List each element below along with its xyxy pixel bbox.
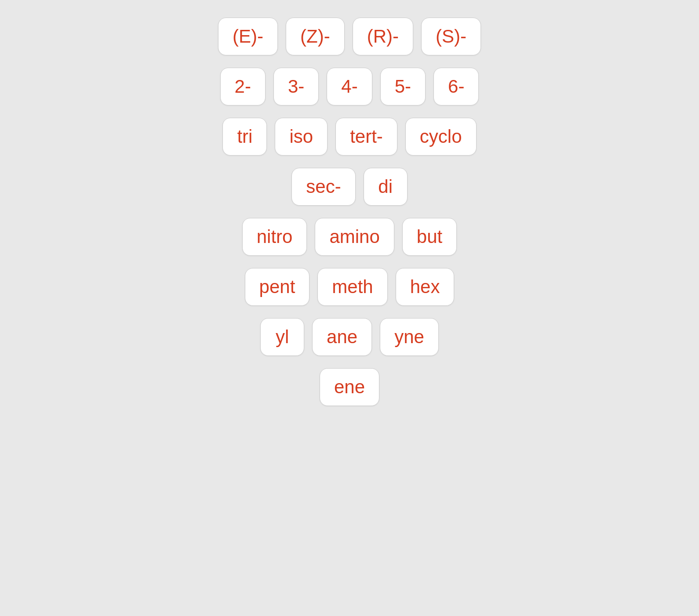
- btn-s[interactable]: (S)-: [421, 18, 481, 55]
- btn-amino[interactable]: amino: [315, 218, 394, 256]
- btn-sec[interactable]: sec-: [291, 168, 355, 206]
- btn-pent[interactable]: pent: [245, 268, 310, 306]
- btn-ene[interactable]: ene: [320, 368, 379, 406]
- btn-nitro[interactable]: nitro: [242, 218, 307, 256]
- btn-5[interactable]: 5-: [380, 68, 426, 105]
- btn-but[interactable]: but: [402, 218, 457, 256]
- btn-3[interactable]: 3-: [273, 68, 319, 105]
- btn-4[interactable]: 4-: [327, 68, 372, 105]
- row-suffixes2: ene: [320, 368, 379, 406]
- row-prefixes1: triisotert-cyclo: [222, 118, 476, 156]
- row-numbers: 2-3-4-5-6-: [220, 68, 479, 105]
- btn-2[interactable]: 2-: [220, 68, 266, 105]
- btn-hex[interactable]: hex: [396, 268, 455, 306]
- row-suffixes1: ylaneyne: [260, 318, 439, 356]
- btn-r[interactable]: (R)-: [353, 18, 413, 55]
- btn-di[interactable]: di: [364, 168, 408, 206]
- btn-yne[interactable]: yne: [380, 318, 439, 356]
- btn-iso[interactable]: iso: [275, 118, 328, 156]
- btn-yl[interactable]: yl: [260, 318, 304, 356]
- btn-ane[interactable]: ane: [312, 318, 372, 356]
- btn-tri[interactable]: tri: [222, 118, 267, 156]
- btn-cyclo[interactable]: cyclo: [405, 118, 477, 156]
- btn-meth[interactable]: meth: [317, 268, 387, 306]
- btn-e[interactable]: (E)-: [218, 18, 278, 55]
- chemistry-keyboard: (E)-(Z)-(R)-(S)-2-3-4-5-6-triisotert-cyc…: [218, 13, 481, 406]
- row-roots1: nitroaminobut: [242, 218, 457, 256]
- row-roots2: pentmethhex: [245, 268, 455, 306]
- btn-z[interactable]: (Z)-: [286, 18, 345, 55]
- row-ez: (E)-(Z)-(R)-(S)-: [218, 18, 481, 55]
- row-prefixes2: sec-di: [291, 168, 407, 206]
- btn-tert[interactable]: tert-: [335, 118, 397, 156]
- btn-6[interactable]: 6-: [433, 68, 479, 105]
